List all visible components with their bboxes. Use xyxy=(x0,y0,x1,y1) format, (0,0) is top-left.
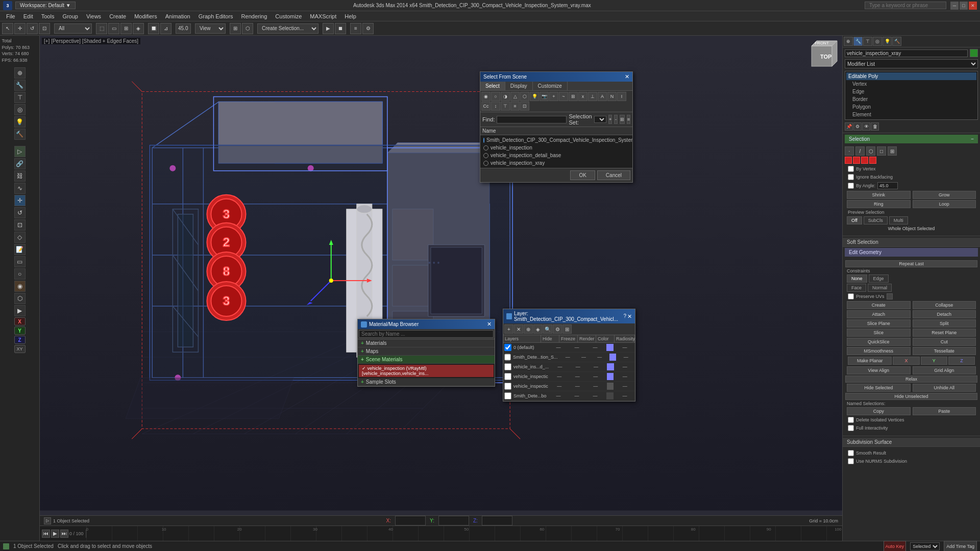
edit-geometry-rollout[interactable]: Edit Geometry xyxy=(845,248,978,257)
layer-row-2[interactable]: vehicle_ins...d_... — — — — xyxy=(503,362,635,372)
select-move-btn[interactable]: ✛ xyxy=(14,195,26,206)
slice-plane-btn[interactable]: Slice Plane xyxy=(847,319,911,328)
ly-expand[interactable]: ⊞ xyxy=(562,324,572,334)
render-scene[interactable]: ⬡ xyxy=(14,293,26,304)
dt-select-all[interactable]: ◉ xyxy=(481,92,491,101)
modifier-polygon[interactable]: Polygon xyxy=(846,103,976,111)
material-browser-close[interactable]: ✕ xyxy=(487,321,492,328)
hierarchy-tab[interactable]: ⊤ xyxy=(863,37,872,46)
ly-add-selection[interactable]: ⊕ xyxy=(524,324,533,334)
collapse-btn[interactable]: Collapse xyxy=(913,301,976,309)
hide-selected-btn[interactable]: Hide Selected xyxy=(847,384,911,392)
layer-freeze-1[interactable]: — xyxy=(576,355,592,360)
menu-help[interactable]: Help xyxy=(340,12,360,20)
grid-align-btn[interactable]: Grid Align xyxy=(913,366,976,374)
layer-render-1[interactable]: — xyxy=(592,355,607,360)
modifier-vertex[interactable]: Vertex xyxy=(846,80,976,88)
layer-manager[interactable]: ≡ xyxy=(350,23,361,34)
subdivision-surface-rollout[interactable]: Subdivision Surface xyxy=(843,438,980,447)
make-planar-btn[interactable]: Make Planar xyxy=(848,357,892,365)
create-selection-set[interactable]: Create Selection... xyxy=(257,23,318,34)
constraint-none-btn[interactable]: None xyxy=(847,274,867,283)
active-material-item[interactable]: ✓ vehicle_inspection (VRayMtl) [vehicle_… xyxy=(359,365,494,377)
layer-freeze-0[interactable]: — xyxy=(568,345,586,350)
modifier-border[interactable]: Border xyxy=(846,95,976,103)
menu-create[interactable]: Create xyxy=(105,12,130,20)
dt-sort[interactable]: ↕ xyxy=(491,102,500,111)
dt-helpers[interactable]: + xyxy=(549,92,558,101)
dt-lights[interactable]: 💡 xyxy=(530,92,539,101)
layer-radio-0[interactable]: — xyxy=(616,345,634,350)
material-search[interactable] xyxy=(359,330,494,338)
modifier-element[interactable]: Element xyxy=(846,111,976,118)
preview-subcls-btn[interactable]: SubCls xyxy=(864,216,888,224)
constraint-face-btn[interactable]: Face xyxy=(847,284,866,292)
loop-btn[interactable]: Loop xyxy=(913,200,976,208)
layers-close-btn[interactable]: ✕ xyxy=(627,313,632,320)
ignore-backfacing-checkbox[interactable] xyxy=(848,174,854,180)
ly-select-objs[interactable]: ◈ xyxy=(533,324,543,334)
layer-hide-5[interactable]: — xyxy=(549,393,568,398)
snap-toggle[interactable]: 🔲 xyxy=(148,23,159,34)
layer-row-4[interactable]: vehicle_inspectic — — — — xyxy=(503,382,635,391)
preserve-uvs-checkbox[interactable] xyxy=(848,293,854,299)
axis-y-btn[interactable]: Y xyxy=(14,327,26,335)
menu-modifiers[interactable]: Modifiers xyxy=(130,12,161,20)
select-by-name[interactable]: 📝 xyxy=(14,244,26,255)
layer-check-2[interactable] xyxy=(504,363,511,370)
dt-xrefs[interactable]: x xyxy=(578,92,587,101)
split-btn[interactable]: Split xyxy=(913,319,976,328)
navigation-cube[interactable]: TOP FRONT xyxy=(804,38,840,74)
ly-find[interactable]: 🔍 xyxy=(543,324,552,334)
create-tab[interactable]: ⊕ xyxy=(844,37,853,46)
layer-row-0[interactable]: 0 (default) — — — — xyxy=(503,343,635,353)
constraint-edge-btn[interactable]: Edge xyxy=(869,274,889,283)
dialog-tab-display[interactable]: Display xyxy=(505,82,533,90)
dt-invert2[interactable]: I xyxy=(617,92,626,101)
timeline-prev[interactable]: ⏮ xyxy=(42,530,50,538)
layer-color-3[interactable] xyxy=(607,373,614,380)
layer-color-1[interactable] xyxy=(609,354,616,361)
ly-new[interactable]: + xyxy=(504,324,513,334)
scene-item-1[interactable]: vehicle_inspection xyxy=(481,144,631,152)
scene-item-3[interactable]: vehicle_inspection_xray xyxy=(481,159,631,167)
modify-panel-btn[interactable]: 🔧 xyxy=(14,80,26,91)
quick-slice-btn[interactable]: QuickSlice xyxy=(847,338,911,346)
use-nurms-checkbox[interactable] xyxy=(848,458,854,464)
dt-select-none[interactable]: ○ xyxy=(491,92,500,101)
shrink-btn[interactable]: Shrink xyxy=(847,191,911,199)
close-button[interactable]: ✕ xyxy=(969,2,977,10)
view-dropdown[interactable]: View xyxy=(195,23,226,34)
dt-spacewarps[interactable]: ~ xyxy=(559,92,568,101)
plane-y-btn[interactable]: Y xyxy=(921,357,947,365)
layer-check-3[interactable] xyxy=(504,373,511,380)
modify-tab[interactable]: 🔧 xyxy=(853,37,863,46)
hide-unselected-btn[interactable]: Hide Unselected xyxy=(845,393,977,400)
view-align-btn[interactable]: View Align xyxy=(847,366,911,374)
sample-slots-section[interactable]: + Sample Slots xyxy=(358,378,495,386)
constraint-normal-btn[interactable]: Normal xyxy=(868,284,892,292)
dt-shapes[interactable]: ⬡ xyxy=(520,92,529,101)
object-name-field[interactable] xyxy=(845,49,968,57)
dt-case[interactable]: Cc xyxy=(481,102,491,111)
material-browser-titlebar[interactable]: Material/Map Browser ✕ xyxy=(358,319,495,329)
dialog-tab-select[interactable]: Select xyxy=(480,82,505,90)
layer-radio-3[interactable]: — xyxy=(616,374,634,379)
ly-settings[interactable]: ⚙ xyxy=(553,324,562,334)
layer-hide-3[interactable]: — xyxy=(550,374,569,379)
layer-freeze-3[interactable]: — xyxy=(568,374,586,379)
menu-edit[interactable]: Edit xyxy=(19,12,37,20)
mirror-btn[interactable]: ⬡ xyxy=(242,23,253,34)
unlink-btn[interactable]: ⛓ xyxy=(14,170,26,182)
layer-check-5[interactable] xyxy=(504,392,511,399)
menu-rendering[interactable]: Rendering xyxy=(237,12,272,20)
selected-dropdown[interactable]: Selected xyxy=(910,542,940,550)
paste-btn[interactable]: Paste xyxy=(913,407,976,415)
ok-button[interactable]: OK xyxy=(570,170,595,180)
by-angle-input[interactable] xyxy=(877,182,898,189)
menu-tools[interactable]: Tools xyxy=(37,12,59,20)
layers-info-btn[interactable]: ? xyxy=(623,313,626,320)
layer-freeze-5[interactable]: — xyxy=(568,393,586,398)
create-panel-btn[interactable]: ⊕ xyxy=(14,67,26,79)
axis-x-btn[interactable]: X xyxy=(14,317,26,325)
